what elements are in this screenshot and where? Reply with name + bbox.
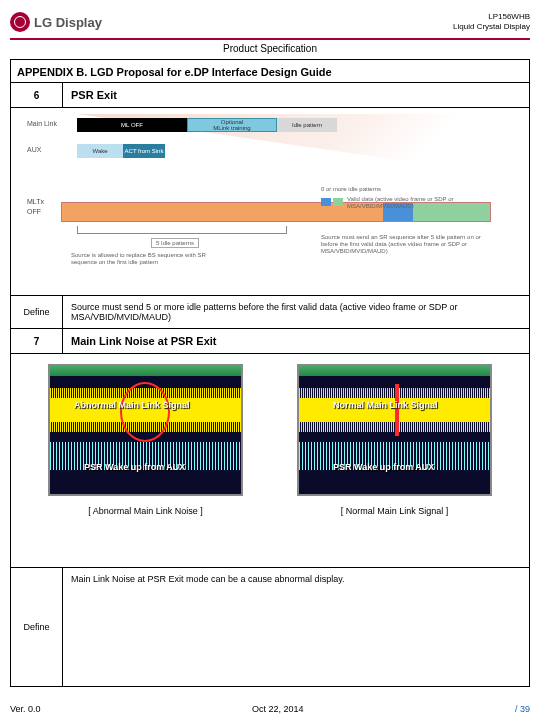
aux-sink-bar: ACT from Sink xyxy=(123,144,165,158)
content-frame: APPENDIX B. LGD Proposal for e.DP Interf… xyxy=(10,59,530,687)
page-root: LG Display LP156WHB Liquid Crystal Displ… xyxy=(0,0,540,720)
scope-right-col: Normal Main Link Signal PSR Wake up from… xyxy=(290,364,500,516)
scope-left-overlay-bottom: PSR Wake up from AUX xyxy=(84,462,185,472)
aux-wake-bar: Wake xyxy=(77,144,123,158)
brand-logo-block: LG Display xyxy=(10,12,102,32)
diagram-note-top: 0 or more idle patterns Valid data (acti… xyxy=(321,186,491,193)
idle-brace xyxy=(77,226,287,234)
scope-left-caption: [ Abnormal Main Link Noise ] xyxy=(88,506,203,516)
ml-opt-line2: MLink training xyxy=(213,125,250,131)
brand-name: LG Display xyxy=(34,15,102,30)
header-right: LP156WHB Liquid Crystal Display xyxy=(453,12,530,32)
scope-right-overlay-top: Normal Main Link Signal xyxy=(333,400,438,410)
scope-menubar xyxy=(50,366,241,376)
model-number: LP156WHB xyxy=(453,12,530,22)
off-label: OFF xyxy=(27,208,41,215)
section-6-define-text: Source must send 5 or more idle patterns… xyxy=(63,296,529,328)
legend-swatch-green xyxy=(333,198,343,206)
main-link-label: Main Link xyxy=(27,120,57,127)
scope-right-caption: [ Normal Main Link Signal ] xyxy=(341,506,449,516)
section-7-title: Main Link Noise at PSR Exit xyxy=(63,329,529,353)
section-7-number: 7 xyxy=(11,329,63,353)
mltx-label: MLTx xyxy=(27,198,44,205)
scope-left-overlay-top: Abnormal Main Link Signal xyxy=(74,400,190,410)
section-7-define-label: Define xyxy=(11,568,63,686)
scope-right-overlay-bottom: PSR Wake up from AUX xyxy=(333,462,434,472)
section-7-header-row: 7 Main Link Noise at PSR Exit xyxy=(11,329,529,354)
ml-idle-bar: Idle pattern xyxy=(277,118,337,132)
footer: Ver. 0.0 Oct 22, 2014 / 39 xyxy=(10,704,530,714)
header: LG Display LP156WHB Liquid Crystal Displ… xyxy=(10,8,530,36)
section-7-define-text: Main Link Noise at PSR Exit mode can be … xyxy=(63,568,529,686)
scopes-cell: Abnormal Main Link Signal PSR Wake up fr… xyxy=(11,354,529,568)
lg-logo-icon xyxy=(10,12,30,32)
scope-wave-abnormal xyxy=(50,388,241,432)
ml-off-bar: ML OFF xyxy=(77,118,187,132)
diagram-note-right: Source must send an SR sequence after 5 … xyxy=(321,234,491,255)
section-6-define-label: Define xyxy=(11,296,63,328)
product-type: Liquid Crystal Display xyxy=(453,22,530,32)
diagram-upper: Main Link AUX ML OFF Optional MLink trai… xyxy=(21,114,519,182)
section-6-number: 6 xyxy=(11,83,63,107)
scope-wave-normal xyxy=(299,388,490,432)
ml-optional-bar: Optional MLink training xyxy=(187,118,277,132)
section-6-header-row: 6 PSR Exit xyxy=(11,83,529,108)
legend-swatch-blue xyxy=(321,198,331,206)
scope-left-col: Abnormal Main Link Signal PSR Wake up fr… xyxy=(41,364,251,516)
psr-exit-diagram: Main Link AUX ML OFF Optional MLink trai… xyxy=(11,108,529,296)
footer-version: Ver. 0.0 xyxy=(10,704,41,714)
aux-label: AUX xyxy=(27,146,41,153)
legend-valid-text: Valid data (active video frame or SDP or… xyxy=(347,196,497,210)
spec-title: Product Specification xyxy=(10,40,530,59)
idle-patterns-box: 5 Idle patterns xyxy=(151,238,199,248)
scope-right-frame: Normal Main Link Signal PSR Wake up from… xyxy=(297,364,492,496)
diagram-note-left: Source is allowed to replace BS sequence… xyxy=(71,252,221,266)
footer-date: Oct 22, 2014 xyxy=(252,704,304,714)
scope-menubar xyxy=(299,366,490,376)
scope-left-frame: Abnormal Main Link Signal PSR Wake up fr… xyxy=(48,364,243,496)
diagram-lower: MLTx OFF 5 Idle patterns 0 or more idle … xyxy=(21,190,519,290)
footer-page: / 39 xyxy=(515,704,530,714)
section-7-define-row: Define Main Link Noise at PSR Exit mode … xyxy=(11,568,529,686)
section-6-title: PSR Exit xyxy=(63,83,529,107)
appendix-title: APPENDIX B. LGD Proposal for e.DP Interf… xyxy=(11,60,529,83)
section-6-define-row: Define Source must send 5 or more idle p… xyxy=(11,296,529,329)
